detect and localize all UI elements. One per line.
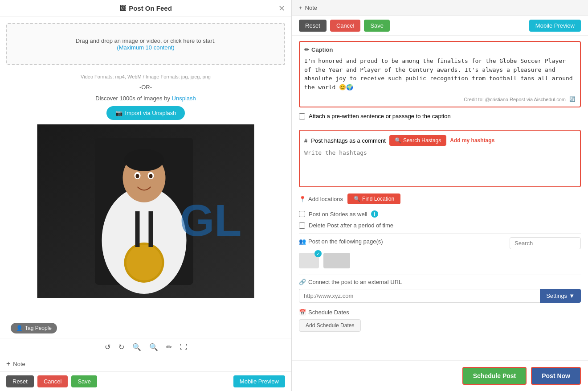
external-url-label: 🔗 Connect the post to an external URL: [299, 279, 581, 285]
image-tools: ↺ ↻ 🔍 🔍 ✏ ⛶: [0, 338, 291, 356]
delete-post-label: Delete Post after a period of time: [309, 222, 393, 229]
or-divider: -OR-: [0, 84, 291, 91]
left-panel-title: 🖼 Post On Feed: [119, 4, 172, 12]
right-save-button[interactable]: Save: [364, 20, 390, 32]
settings-label: Settings: [546, 292, 567, 299]
attach-row: Attach a pre-written sentence or passage…: [299, 113, 581, 119]
caption-section: ✏ Caption I'm honored and proud to be am…: [299, 41, 581, 107]
external-url-section: 🔗 Connect the post to an external URL Se…: [299, 279, 581, 303]
svg-point-12: [136, 174, 139, 178]
note-section: + Note: [0, 356, 291, 371]
schedule-section: 📅 Schedule Dates Add Schedule Dates: [299, 309, 581, 332]
caption-footer: Credit to: @cristiano Repost via Aisched…: [304, 96, 576, 102]
external-url-row: Settings ▼: [299, 289, 581, 303]
redo-button[interactable]: ↻: [118, 343, 124, 351]
schedule-label-text: Schedule Dates: [308, 309, 349, 316]
page-avatar-1[interactable]: ✓: [299, 253, 319, 268]
image-icon: 🖼: [119, 4, 126, 12]
pages-search-input[interactable]: [510, 237, 581, 249]
right-panel-content: ✏ Caption I'm honored and proud to be am…: [292, 36, 588, 360]
post-stories-checkbox[interactable]: [299, 211, 305, 217]
attach-label: Attach a pre-written sentence or passage…: [309, 113, 451, 119]
upload-zone[interactable]: Drag and drop an image or video, or clic…: [6, 23, 285, 65]
left-save-button[interactable]: Save: [71, 375, 97, 387]
chevron-down-icon: ▼: [569, 292, 575, 299]
find-location-icon: 🔍: [354, 196, 360, 202]
right-reset-button[interactable]: Reset: [299, 20, 327, 32]
unsplash-row: Discover 1000s of Images by Unsplash: [0, 95, 291, 102]
location-icon: 📍: [299, 196, 306, 202]
search-hashtag-icon: 🔍: [395, 137, 401, 144]
find-location-label: Find Location: [362, 196, 394, 202]
unsplash-link[interactable]: Unsplash: [172, 95, 196, 102]
location-row: 📍 Add locations 🔍 Find Location: [299, 193, 581, 204]
pages-row: ✓: [299, 253, 581, 268]
uploaded-image: GL: [6, 124, 285, 298]
pages-icon: 👥: [299, 238, 306, 245]
zoom-in-button[interactable]: 🔍: [149, 343, 158, 351]
schedule-post-button[interactable]: Schedule Post: [462, 367, 527, 385]
caption-credit: Credit to: @cristiano Repost via Aisched…: [464, 97, 566, 102]
post-stories-info-icon: i: [371, 210, 378, 218]
tag-people-label: Tag People: [25, 325, 52, 331]
left-header: 🖼 Post On Feed ✕: [0, 0, 291, 17]
svg-point-13: [149, 174, 153, 178]
hash-icon: #: [304, 137, 307, 144]
svg-text:GL: GL: [180, 195, 242, 245]
page-avatar-2[interactable]: [323, 253, 350, 268]
import-btn-label: Import via Unsplash: [125, 110, 176, 116]
pages-search-row: 👥 Post on the following page(s): [299, 237, 581, 249]
right-top-note: + Note: [292, 0, 588, 16]
edit-button[interactable]: ✏: [166, 343, 172, 351]
max-content-text: (Maximum 10 content): [16, 44, 275, 51]
svg-point-4: [124, 149, 164, 171]
plus-icon: +: [6, 360, 10, 368]
left-cancel-button[interactable]: Cancel: [37, 375, 68, 387]
calendar-icon: 📅: [299, 309, 306, 316]
edit-caption-icon: ✏: [304, 46, 309, 53]
tag-people-button[interactable]: 👤 Tag People: [11, 323, 57, 333]
post-stories-label: Post on Stories as well: [309, 211, 368, 218]
delete-post-checkbox[interactable]: [299, 222, 305, 229]
left-panel: 🖼 Post On Feed ✕ Drag and drop an image …: [0, 0, 292, 391]
right-plus-icon: +: [299, 4, 302, 11]
zoom-out-button[interactable]: 🔍: [132, 343, 141, 351]
add-schedule-button[interactable]: Add Schedule Dates: [299, 319, 361, 332]
camera-icon: 📷: [115, 110, 122, 116]
find-location-button[interactable]: 🔍 Find Location: [347, 193, 400, 204]
unsplash-text: Discover 1000s of Images by: [95, 95, 170, 102]
post-now-button[interactable]: Post Now: [531, 367, 581, 385]
right-cancel-button[interactable]: Cancel: [330, 20, 360, 32]
left-reset-button[interactable]: Reset: [6, 375, 34, 387]
hashtag-header: # Post hashtags as a comment 🔍 Search Ha…: [304, 135, 576, 146]
close-button[interactable]: ✕: [278, 4, 285, 13]
left-action-bar: Reset Cancel Save Mobile Preview: [0, 371, 291, 391]
undo-button[interactable]: ↺: [105, 343, 110, 351]
svg-rect-7: [135, 211, 140, 247]
add-my-hashtags-button[interactable]: Add my hashtags: [450, 137, 494, 144]
caption-textarea[interactable]: I'm honored and proud to be among the fi…: [304, 57, 576, 92]
post-on-feed-title: Post On Feed: [129, 4, 172, 12]
pages-label: 👥 Post on the following page(s): [299, 238, 383, 245]
bottom-actions: Schedule Post Post Now: [292, 360, 588, 391]
refresh-icon: 🔄: [569, 96, 576, 102]
person-icon: 👤: [16, 325, 23, 331]
hashtag-label: Post hashtags as a comment: [311, 137, 386, 144]
caption-label-text: Caption: [311, 46, 333, 53]
search-hashtag-button[interactable]: 🔍 Search Hastags: [389, 135, 446, 146]
fullscreen-button[interactable]: ⛶: [180, 343, 187, 351]
right-mobile-preview-button[interactable]: Mobile Preview: [529, 20, 581, 32]
delete-post-row: Delete Post after a period of time: [299, 222, 581, 229]
settings-button[interactable]: Settings ▼: [540, 289, 581, 303]
import-unsplash-button[interactable]: 📷 Import via Unsplash: [106, 106, 185, 120]
hashtag-textarea[interactable]: [304, 149, 576, 181]
post-stories-row: Post on Stories as well i: [299, 210, 581, 218]
left-mobile-preview-button[interactable]: Mobile Preview: [233, 375, 285, 387]
pages-label-text: Post on the following page(s): [308, 238, 383, 245]
note-label: Note: [13, 361, 25, 367]
external-url-input[interactable]: [299, 289, 540, 303]
image-container: GL 👤 Tag People: [6, 124, 285, 338]
right-panel: + Note Reset Cancel Save Mobile Preview …: [292, 0, 588, 391]
attach-checkbox[interactable]: [299, 113, 305, 119]
svg-rect-8: [149, 211, 153, 247]
